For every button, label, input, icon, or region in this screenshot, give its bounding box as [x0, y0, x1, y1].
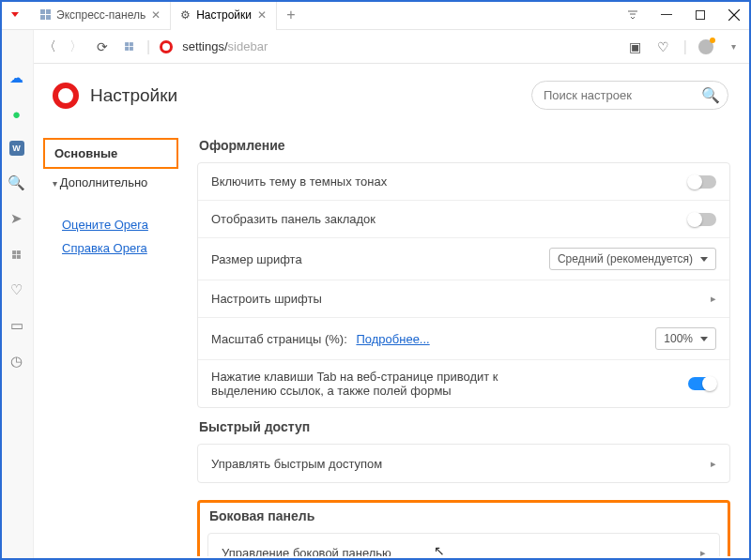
row-label: Настроить шрифты: [211, 292, 322, 306]
new-tab-button[interactable]: +: [277, 7, 305, 23]
speed-dial-icon[interactable]: [8, 246, 25, 263]
window-minimize-button[interactable]: [650, 0, 683, 30]
row-font-size: Размер шрифта Средний (рекомендуется): [198, 238, 729, 280]
back-button[interactable]: 〈: [41, 38, 58, 55]
nav-help-opera[interactable]: Справка Opera: [43, 236, 178, 260]
address-bar: 〈 〉 ⟳ | settings/sidebar ▣ ♡ | ▾: [0, 30, 751, 64]
zoom-learn-more-link[interactable]: Подробнее...: [356, 332, 429, 346]
appearance-card: Включить тему в темных тонах Отобразить …: [197, 162, 730, 408]
nav-rate-opera[interactable]: Оцените Opera: [43, 213, 178, 236]
chevron-right-icon: ▸: [711, 458, 716, 470]
select-value: 100%: [664, 332, 693, 345]
whatsapp-icon[interactable]: ●: [8, 105, 25, 122]
settings-header: Настройки 🔍: [34, 64, 751, 123]
send-icon[interactable]: ➤: [8, 210, 25, 227]
speed-dial-button[interactable]: [120, 38, 137, 55]
section-appearance-title: Оформление: [199, 138, 730, 153]
chevron-down-icon[interactable]: ▾: [725, 38, 742, 55]
left-sidebar: ☁ ● W 🔍 ➤ ♡ ▭ ◷: [0, 30, 34, 560]
url-sub: sidebar: [228, 39, 268, 53]
heart-icon[interactable]: ♡: [655, 38, 672, 55]
highlight-sidebar-section: Боковая панель Управление боковой панель…: [197, 500, 730, 556]
snapshot-icon[interactable]: ▣: [627, 38, 644, 55]
nav-basic[interactable]: Основные: [43, 138, 178, 169]
gear-icon: ⚙: [180, 8, 191, 22]
close-icon[interactable]: ✕: [151, 8, 161, 22]
bookmarks-icon[interactable]: ♡: [8, 281, 25, 298]
window-maximize-button[interactable]: [683, 0, 717, 30]
font-size-select[interactable]: Средний (рекомендуется): [549, 248, 716, 270]
tab-label: Экспресс-панель: [56, 8, 146, 22]
row-customize-fonts[interactable]: Настроить шрифты ▸: [198, 280, 729, 318]
row-label: Размер шрифта: [211, 252, 302, 266]
toggle-tab-highlight[interactable]: [688, 377, 716, 390]
profile-button[interactable]: [698, 39, 713, 54]
row-label: Управлять быстрым доступом: [211, 457, 382, 471]
settings-content: Оформление Включить тему в темных тонах …: [193, 123, 751, 556]
cursor-icon: ↖: [434, 543, 445, 556]
tab-menu-button[interactable]: [616, 0, 650, 30]
select-value: Средний (рекомендуется): [558, 252, 693, 265]
row-label: Включить тему в темных тонах: [211, 174, 387, 189]
toggle-dark-theme[interactable]: [688, 175, 716, 189]
tab-label: Настройки: [196, 8, 252, 22]
toggle-bookmarks-bar[interactable]: [688, 213, 716, 226]
search-icon[interactable]: 🔍: [8, 174, 25, 191]
row-label: Нажатие клавиши Tab на веб-странице прив…: [211, 370, 549, 398]
close-icon[interactable]: ✕: [257, 8, 267, 22]
settings-search[interactable]: 🔍: [531, 81, 728, 110]
tab-speed-dial[interactable]: Экспресс-панель ✕: [30, 0, 171, 30]
chevron-right-icon: ▸: [711, 293, 716, 305]
quick-access-card: Управлять быстрым доступом ▸: [197, 444, 730, 483]
speed-dial-icon: [39, 9, 51, 21]
row-show-bookmarks: Отобразить панель закладок: [198, 201, 729, 238]
row-label: Управление боковой панелью: [222, 546, 391, 557]
reload-button[interactable]: ⟳: [94, 38, 111, 55]
chevron-right-icon: ▸: [700, 547, 706, 557]
nav-advanced[interactable]: Дополнительно: [43, 169, 178, 196]
row-dark-theme: Включить тему в темных тонах: [198, 163, 729, 201]
site-favicon-icon: [160, 40, 173, 53]
magnifier-icon: 🔍: [701, 86, 720, 104]
page-title: Настройки: [90, 85, 177, 106]
row-label: Масштаб страницы (%): Подробнее...: [211, 332, 430, 346]
vk-icon[interactable]: W: [9, 141, 24, 156]
history-icon[interactable]: ◷: [8, 353, 25, 370]
settings-nav: Основные Дополнительно Оцените Opera Спр…: [34, 123, 193, 556]
row-label: Отобразить панель закладок: [211, 212, 376, 226]
section-quick-title: Быстрый доступ: [199, 419, 730, 434]
news-icon[interactable]: ▭: [8, 317, 25, 334]
forward-button[interactable]: 〉: [68, 38, 84, 55]
tab-settings[interactable]: ⚙ Настройки ✕: [171, 0, 277, 30]
search-input[interactable]: [544, 88, 701, 102]
row-manage-sidebar[interactable]: Управление боковой панелью ▸ ↖: [208, 534, 719, 556]
messenger-icon[interactable]: ☁: [8, 69, 25, 86]
window-close-button[interactable]: [717, 0, 751, 30]
row-manage-quick-access[interactable]: Управлять быстрым доступом ▸: [198, 445, 729, 482]
zoom-select[interactable]: 100%: [655, 327, 716, 350]
row-page-zoom: Масштаб страницы (%): Подробнее... 100%: [198, 318, 729, 360]
opera-logo-icon: [53, 83, 79, 109]
url-display[interactable]: settings/sidebar: [182, 39, 268, 53]
window-titlebar: Экспресс-панель ✕ ⚙ Настройки ✕ +: [0, 0, 751, 30]
section-sidebar-title: Боковая панель: [209, 508, 720, 523]
url-main: settings/: [182, 39, 227, 53]
opera-menu-button[interactable]: [0, 0, 30, 30]
sidebar-card: Управление боковой панелью ▸ ↖: [207, 533, 720, 556]
row-tab-highlight: Нажатие клавиши Tab на веб-странице прив…: [198, 360, 729, 407]
